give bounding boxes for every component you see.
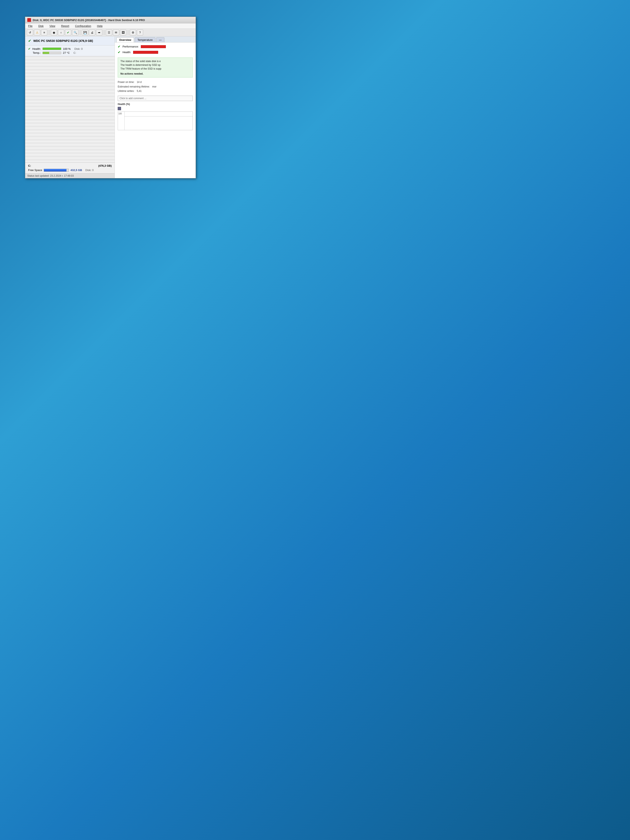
stats-section: Power on time: 14 d Estimated remaining … [115, 79, 196, 95]
title-bar: Disk: 0, WDC PC SN530 SDBPNPZ-512G [2018… [25, 17, 196, 23]
save-button[interactable]: 💾 [82, 30, 88, 35]
disk-info-rows: ✔ Health: 100 % Disk: 0 Temp.: [25, 46, 115, 56]
chart-area: 100 [118, 112, 193, 130]
app-icon [27, 18, 31, 22]
right-tabs: Overview Temperature — [115, 36, 196, 43]
chart-plot [125, 112, 193, 130]
menu-file[interactable]: File [27, 24, 34, 28]
chart-dashed-line [125, 116, 193, 117]
disk-area [25, 56, 115, 162]
menu-bar: File Disk View Report Configuration Help [25, 23, 196, 29]
settings-button[interactable]: ⚙ [130, 30, 136, 35]
temp-progress-bar [43, 52, 61, 54]
status-line2: The health is determined by SSD sp [120, 63, 190, 67]
tab-temperature[interactable]: Temperature [135, 37, 155, 42]
partition-freespace: Free Space 432,5 GB Disk: 0 [28, 169, 112, 172]
alert-button[interactable]: ⚠ [34, 30, 40, 35]
lifetime-row: Estimated remaining lifetime: mor [118, 85, 193, 89]
status-line3: The TRIM feature of the SSD is supp [120, 67, 190, 71]
health-bar-container [43, 47, 61, 50]
menu-help[interactable]: Help [96, 24, 104, 28]
disk-size: (476,9 GB) [79, 39, 93, 43]
right-panel: Overview Temperature — ✔ Performance: ✔ … [115, 36, 196, 178]
free-label: Free Space [28, 169, 42, 172]
menu-disk[interactable]: Disk [37, 24, 45, 28]
performance-bar [141, 45, 166, 48]
lifetime-label: Estimated remaining lifetime: [118, 85, 150, 88]
health-disk: Disk: 0 [74, 47, 83, 51]
status-bar: Status last updated: 23.2.2024 r. 17:48:… [25, 173, 115, 178]
health-chart-label: Health (%) [118, 103, 193, 106]
power-on-row: Power on time: 14 d [118, 80, 193, 85]
partition-section: C: (476,3 GB) Free Space 432,5 GB Disk: … [25, 162, 115, 173]
status-text: Status last updated: 23.2.2024 r. 17:48:… [27, 174, 74, 177]
menu-view[interactable]: View [48, 24, 57, 28]
email-button[interactable]: ✉ [113, 30, 119, 35]
chart-y-axis: 100 [118, 112, 125, 130]
writes-label: Lifetime writes: [118, 90, 134, 93]
free-value: 432,5 GB [70, 169, 82, 172]
disk-status-icon: ✔ [28, 38, 31, 43]
power-on-value: 14 d [137, 81, 142, 84]
disk-title: WDC PC SN530 SDBPNPZ-512G (476,9 GB) [33, 39, 93, 43]
free-fill [44, 169, 66, 172]
toolbar: ↺ ⚠ ≡ ◉ ○ ✔ 🔍 💾 🖨 ➡ ☰ ✉ 🖼 ⚙ ? [25, 29, 196, 36]
health-progress-bar [43, 47, 61, 50]
writes-value: 5,41 [137, 90, 142, 93]
main-window: Disk: 0, WDC PC SN530 SDBPNPZ-512G [2018… [25, 17, 196, 178]
image-button[interactable]: 🖼 [120, 30, 126, 35]
status-line1: The status of the solid state disk is e [120, 59, 190, 63]
performance-label: Performance: [123, 45, 139, 48]
partition-header: C: (476,3 GB) [28, 164, 112, 167]
temp-drive: C: [74, 51, 76, 54]
tab-extra[interactable]: — [156, 37, 164, 42]
export-button[interactable]: ➡ [96, 30, 102, 35]
main-content: ✔ WDC PC SN530 SDBPNPZ-512G (476,9 GB) ✔… [25, 36, 196, 178]
power-on-label: Power on time: [118, 81, 134, 84]
performance-row: ✔ Performance: [118, 44, 193, 49]
health-check-icon: ✔ [118, 50, 120, 54]
tab-overview[interactable]: Overview [117, 37, 134, 42]
disk-button[interactable]: ◉ [51, 30, 57, 35]
help-button[interactable]: ? [137, 30, 143, 35]
lifetime-value: mor [152, 85, 156, 88]
window-title: Disk: 0, WDC PC SN530 SDBPNPZ-512G [2018… [33, 19, 145, 22]
menu-report[interactable]: Report [60, 24, 70, 28]
disk-header: ✔ WDC PC SN530 SDBPNPZ-512G (476,9 GB) [25, 36, 115, 46]
circle-button[interactable]: ○ [58, 30, 64, 35]
list-button[interactable]: ≡ [41, 30, 47, 35]
health-icon: ✔ [28, 47, 31, 51]
temp-label: Temp.: [33, 51, 41, 54]
refresh-button[interactable]: ↺ [27, 30, 33, 35]
search-button[interactable]: 🔍 [72, 30, 78, 35]
health-overview-row: ✔ Health: [118, 50, 193, 54]
writes-row: Lifetime writes: 5,41 [118, 89, 193, 93]
perf-check-icon: ✔ [118, 44, 120, 49]
health-overview-label: Health: [123, 51, 131, 54]
health-row: ✔ Health: 100 % Disk: 0 [28, 47, 112, 51]
left-panel: ✔ WDC PC SN530 SDBPNPZ-512G (476,9 GB) ✔… [25, 36, 115, 178]
desktop: Disk: 0, WDC PC SN530 SDBPNPZ-512G [2018… [0, 0, 630, 840]
temp-progress-fill [43, 52, 49, 54]
partition-label: C: [28, 164, 31, 167]
chart-y-value: 100 [118, 112, 124, 115]
health-label: Health: [32, 47, 41, 51]
disk-name: WDC PC SN530 SDBPNPZ-512G [33, 39, 78, 43]
status-text-box: The status of the solid state disk is e … [118, 57, 193, 77]
partition-size: (476,3 GB) [98, 164, 112, 167]
comment-box[interactable]: Click to add comment ... [118, 96, 193, 101]
free-bar [44, 169, 69, 172]
health-bar [133, 51, 158, 54]
health-value: 100 % [63, 47, 71, 51]
overview-section: ✔ Performance: ✔ Health: [115, 43, 196, 56]
partition-disk-ref: Disk: 0 [85, 169, 94, 172]
print-button[interactable]: 🖨 [89, 30, 95, 35]
temp-value: 27 °C [63, 51, 70, 54]
check-button[interactable]: ✔ [65, 30, 71, 35]
health-progress-fill [43, 48, 61, 50]
chart-save-icon[interactable] [118, 107, 121, 110]
temp-row: Temp.: 27 °C C: [28, 51, 112, 54]
menu-configuration[interactable]: Configuration [74, 24, 92, 28]
menu2-button[interactable]: ☰ [106, 30, 112, 35]
no-actions-text: No actions needed. [120, 72, 190, 76]
